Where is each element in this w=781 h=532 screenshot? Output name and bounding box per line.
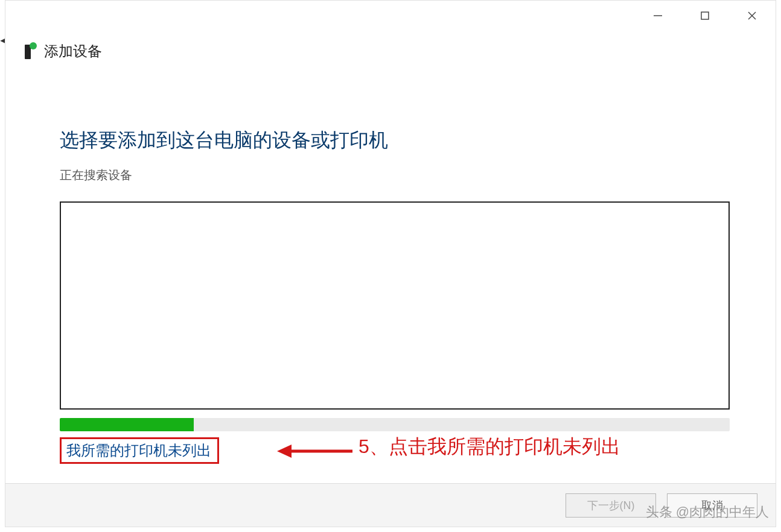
titlebar xyxy=(5,1,776,31)
content-heading: 选择要添加到这台电脑的设备或打印机 xyxy=(60,127,721,154)
add-device-dialog: 添加设备 选择要添加到这台电脑的设备或打印机 正在搜索设备 我所需的打印机未列出… xyxy=(5,0,776,527)
dialog-title: 添加设备 xyxy=(44,42,102,61)
printer-not-listed-link[interactable]: 我所需的打印机未列出 xyxy=(66,442,211,458)
svg-marker-5 xyxy=(277,445,292,458)
search-progress-bar xyxy=(60,418,730,431)
maximize-button[interactable] xyxy=(681,1,728,31)
annotation-arrow-icon xyxy=(277,442,355,460)
link-row: 我所需的打印机未列出 5、点击我所需的打印机未列出 xyxy=(60,437,721,473)
annotation-text: 5、点击我所需的打印机未列出 xyxy=(359,434,620,460)
close-button[interactable] xyxy=(728,1,776,31)
dialog-header: 添加设备 xyxy=(5,31,776,61)
next-button[interactable]: 下一步(N) xyxy=(566,493,656,518)
dialog-content: 选择要添加到这台电脑的设备或打印机 正在搜索设备 我所需的打印机未列出 5、点击… xyxy=(5,127,776,473)
annotation-highlight-box: 我所需的打印机未列出 xyxy=(60,437,219,464)
device-list[interactable] xyxy=(60,201,730,410)
content-subheading: 正在搜索设备 xyxy=(60,167,721,183)
minimize-button[interactable] xyxy=(634,1,681,31)
svg-rect-1 xyxy=(701,12,709,19)
add-device-icon xyxy=(24,42,37,60)
progress-fill xyxy=(60,418,194,431)
cancel-button[interactable]: 取消 xyxy=(667,493,757,518)
dialog-footer: 下一步(N) 取消 xyxy=(5,483,776,527)
